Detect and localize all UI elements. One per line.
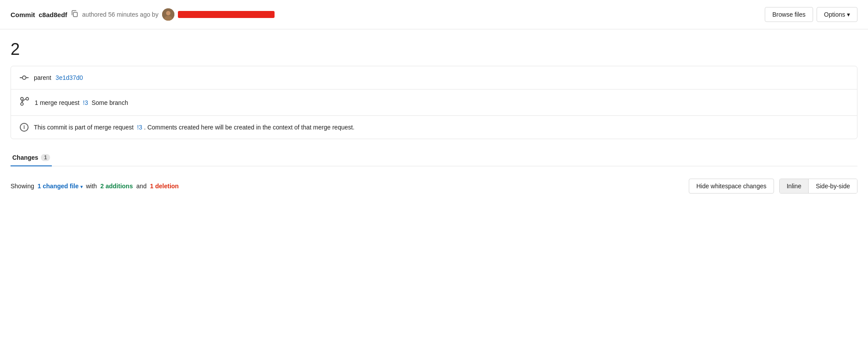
changes-tabs: Changes 1 <box>11 150 857 166</box>
browse-files-label: Browse files <box>772 11 805 18</box>
notice-text: This commit is part of merge request !3 … <box>34 124 354 131</box>
side-by-side-view-button[interactable]: Side-by-side <box>809 179 857 193</box>
commit-header-left: Commit c8ad8edf authored 56 minutes ago … <box>11 8 275 21</box>
hide-whitespace-label: Hide whitespace changes <box>696 183 767 190</box>
browse-files-button[interactable]: Browse files <box>765 7 813 22</box>
changes-summary: Showing 1 changed file ▾ with 2 addition… <box>11 183 179 190</box>
info-circle-icon: i <box>20 123 29 132</box>
author-name-redacted <box>178 11 275 18</box>
commit-graph-icon <box>20 73 29 82</box>
notice-row: i This commit is part of merge request !… <box>11 116 857 139</box>
changed-file-count: 1 changed file <box>38 183 79 190</box>
svg-point-8 <box>26 97 29 100</box>
deletions-count: 1 deletion <box>150 183 179 190</box>
showing-prefix: Showing <box>11 183 34 190</box>
svg-point-7 <box>21 97 23 100</box>
svg-point-2 <box>166 11 170 15</box>
options-button[interactable]: Options ▾ <box>817 7 857 22</box>
parent-row: parent 3e1d37d0 <box>11 66 857 90</box>
notice-suffix: . Comments created here will be created … <box>144 124 354 131</box>
merge-request-id-link[interactable]: !3 <box>83 99 90 106</box>
commit-header: Commit c8ad8edf authored 56 minutes ago … <box>0 0 868 29</box>
with-text: with <box>86 183 97 190</box>
merge-request-id: !3 <box>83 99 88 106</box>
authored-text: authored 56 minutes ago by <box>82 11 159 18</box>
tab-changes[interactable]: Changes 1 <box>11 150 52 166</box>
tab-changes-badge: 1 <box>41 154 50 161</box>
commit-label: Commit <box>11 11 35 18</box>
and-text: and <box>136 183 146 190</box>
info-box: parent 3e1d37d0 1 merge request !3 Some … <box>11 66 857 139</box>
parent-hash-value: 3e1d37d0 <box>56 74 83 81</box>
svg-rect-0 <box>73 12 77 17</box>
commit-hash: c8ad8edf <box>39 11 67 18</box>
chevron-down-icon: ▾ <box>847 11 850 18</box>
notice-mr-link[interactable]: !3 <box>137 124 144 131</box>
changed-file-link[interactable]: 1 changed file ▾ <box>38 183 84 190</box>
commit-title: Commit c8ad8edf <box>11 11 67 18</box>
merge-request-icon <box>20 97 29 108</box>
merge-branch-name: Some branch <box>91 99 128 106</box>
options-label: Options <box>824 11 845 18</box>
hide-whitespace-button[interactable]: Hide whitespace changes <box>689 179 774 194</box>
toolbar-right: Hide whitespace changes Inline Side-by-s… <box>689 179 857 194</box>
inline-label: Inline <box>787 183 801 190</box>
svg-point-4 <box>22 76 26 79</box>
tab-changes-label: Changes <box>12 154 38 161</box>
notice-mr-id: !3 <box>137 124 142 131</box>
view-mode-btn-group: Inline Side-by-side <box>779 179 857 194</box>
copy-icon[interactable] <box>71 10 79 19</box>
merge-request-text: 1 merge request !3 Some branch <box>35 99 128 106</box>
side-by-side-label: Side-by-side <box>816 183 850 190</box>
additions-count: 2 additions <box>101 183 133 190</box>
changes-toolbar: Showing 1 changed file ▾ with 2 addition… <box>11 173 857 199</box>
commit-number: 2 <box>0 29 868 66</box>
changed-file-chevron-icon: ▾ <box>80 184 83 189</box>
svg-point-9 <box>21 103 23 105</box>
parent-text: parent 3e1d37d0 <box>34 74 83 81</box>
inline-view-button[interactable]: Inline <box>780 179 809 193</box>
changes-section: Changes 1 Showing 1 changed file ▾ with … <box>0 150 868 199</box>
merge-request-count: 1 merge request <box>35 99 80 106</box>
commit-header-right: Browse files Options ▾ <box>765 7 857 22</box>
avatar <box>162 8 174 21</box>
merge-request-row: 1 merge request !3 Some branch <box>11 90 857 116</box>
parent-label: parent <box>34 74 51 81</box>
parent-hash-link[interactable]: 3e1d37d0 <box>56 74 83 81</box>
notice-prefix: This commit is part of merge request <box>34 124 134 131</box>
